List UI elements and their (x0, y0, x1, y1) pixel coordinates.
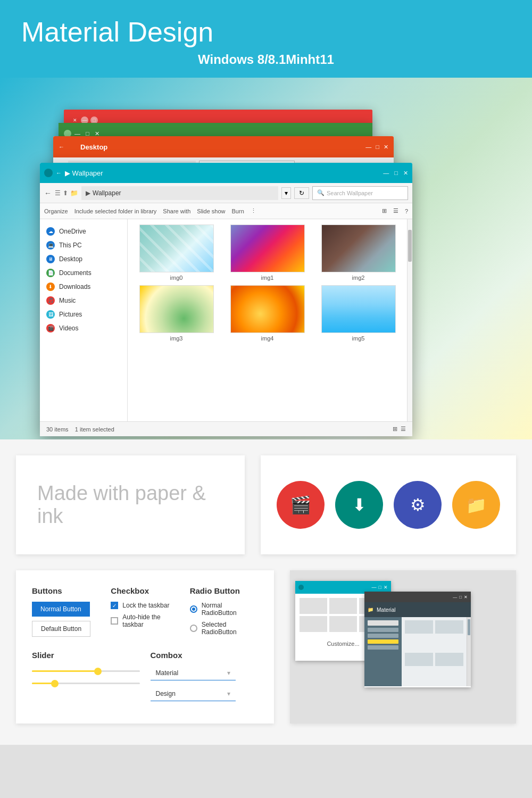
radio-item-selected[interactable]: Selected RadioButton (190, 621, 258, 636)
sidebar-item-pictures[interactable]: 🖼 Pictures (40, 307, 127, 321)
slider-thumb-2[interactable] (51, 680, 59, 687)
radio-item-normal[interactable]: Normal RadioButton (190, 602, 258, 617)
slider-track-2[interactable] (32, 683, 140, 684)
sidebar-item-documents[interactable]: 📄 Documents (40, 266, 127, 280)
view-grid-icon[interactable]: ⊞ (382, 207, 387, 214)
ribbon: Organize Include selected folder in libr… (40, 203, 412, 219)
toolbar-main: ← ☰ ⬆ 📁 ▶ Wallpaper ▾ ↻ 🔍 Search Wallpap… (40, 183, 412, 203)
search-main[interactable]: 🔍 Search Wallpaper (312, 186, 408, 200)
sidebar-item-downloads[interactable]: ⬇ Downloads (40, 280, 127, 294)
sidebar-item-onedrive[interactable]: ☁ OneDrive (40, 225, 127, 238)
items-count: 30 items (46, 426, 69, 433)
slider-section: Slider (32, 651, 140, 708)
downloads-label: Downloads (59, 283, 90, 290)
sidebar-item-videos[interactable]: 🎬 Videos (40, 321, 127, 335)
filename-img2: img2 (352, 275, 365, 281)
hamburger-icon[interactable]: ☰ (55, 189, 61, 197)
up-icon[interactable]: ⬆ (63, 189, 68, 197)
checkbox-lock-label: Lock the taskbar (122, 602, 169, 609)
burn-btn[interactable]: Burn (232, 208, 244, 214)
min-btn-main[interactable]: — (383, 170, 389, 176)
sidebar-item-music[interactable]: 🎵 Music (40, 294, 127, 307)
downloads-icon: ⬇ (46, 282, 55, 291)
combox-design[interactable]: Design ▾ (151, 687, 236, 701)
buttons-section: Buttons Normal Button Default Button (32, 586, 100, 640)
slider-track-1[interactable] (32, 670, 140, 672)
documents-label: Documents (59, 269, 92, 277)
preview-inner: — □ ✕ Customize... — □ (290, 570, 516, 724)
checkbox-autohide-box (111, 617, 118, 625)
icons-box: 🎬 ⬇ ⚙ 📁 (261, 455, 516, 554)
close-btn-orange[interactable]: ✕ (384, 144, 388, 151)
dropdown-btn[interactable]: ▾ (281, 187, 291, 199)
radio-normal-label: Normal RadioButton (202, 602, 258, 617)
download-round-icon[interactable]: ⬇ (335, 481, 383, 529)
page-title: Material Design (21, 16, 511, 48)
preview-window-2: — □ ✕ 📁 Material (364, 592, 471, 687)
slider-fill-1 (32, 670, 97, 672)
checkbox-title: Checkbox (111, 586, 179, 595)
file-item-img0[interactable]: img0 (133, 225, 220, 281)
min-btn-orange[interactable]: — (365, 144, 371, 150)
radio-normal-circle (190, 605, 197, 613)
radio-title: Radio Button (190, 586, 258, 595)
controls-top-row: Buttons Normal Button Default Button Che… (32, 586, 258, 640)
thumb-img0 (139, 225, 214, 272)
thumb-img3 (139, 285, 214, 333)
include-btn[interactable]: Include selected folder in library (74, 208, 157, 214)
checkbox-item-lock[interactable]: ✓ Lock the taskbar (111, 602, 179, 609)
share-btn[interactable]: Share with (163, 208, 190, 214)
organize-btn[interactable]: Organize (44, 208, 68, 214)
controls-box: Buttons Normal Button Default Button Che… (16, 570, 274, 724)
file-item-img4[interactable]: img4 (224, 285, 311, 342)
sidebar-item-thispc[interactable]: 💻 This PC (40, 238, 127, 252)
documents-icon: 📄 (46, 269, 55, 277)
pictures-label: Pictures (59, 311, 82, 318)
normal-button[interactable]: Normal Button (32, 602, 90, 617)
combox-section: Combox Material ▾ Design ▾ (151, 651, 259, 708)
back-icon-main[interactable]: ← (44, 189, 52, 197)
max-btn-main[interactable]: □ (394, 170, 398, 176)
thumb-img4 (230, 285, 305, 333)
list-view-btn[interactable]: ☰ (401, 426, 406, 433)
address-wallpaper: Wallpaper (93, 189, 121, 197)
file-item-img1[interactable]: img1 (224, 225, 311, 281)
folder-round-icon[interactable]: 📁 (452, 481, 500, 529)
back-btn-orange[interactable]: ← (59, 144, 64, 150)
address-main[interactable]: ▶ Wallpaper (81, 186, 278, 200)
file-item-img3[interactable]: img3 (133, 285, 220, 342)
combox-material[interactable]: Material ▾ (151, 666, 236, 680)
scrollbar[interactable] (407, 219, 412, 421)
paper-ink-text: Made with paper & ink (37, 482, 223, 528)
sidebar-item-desktop[interactable]: 🖥 Desktop (40, 252, 127, 266)
grid-view-btn[interactable]: ⊞ (393, 426, 397, 433)
window-main: ← ▶ Wallpaper — □ ✕ ← ☰ ⬆ 📁 ▶ Wallpaper … (40, 163, 412, 436)
more-btn[interactable]: ⋮ (251, 207, 256, 214)
file-item-img2[interactable]: img2 (315, 225, 402, 281)
window-title-main: ▶ Wallpaper (62, 169, 383, 177)
back-btn-main[interactable]: ← (56, 170, 62, 176)
view-detail-icon[interactable]: ☰ (393, 207, 398, 214)
max-btn-orange[interactable]: □ (376, 144, 379, 150)
radio-section: Radio Button Normal RadioButton Selected… (190, 586, 258, 640)
scrollbar-preview[interactable] (467, 617, 471, 686)
video-round-icon[interactable]: 🎬 (277, 481, 325, 529)
slideshow-btn[interactable]: Slide show (197, 208, 225, 214)
sidebar: ☁ OneDrive 💻 This PC 🖥 Desktop 📄 Documen… (40, 219, 128, 421)
preview-box: — □ ✕ Customize... — □ (290, 570, 516, 724)
subtitle-normal: Windows 8/8.1 (198, 52, 286, 66)
close-btn-main[interactable]: ✕ (403, 170, 408, 177)
settings-round-icon[interactable]: ⚙ (394, 481, 442, 529)
default-button[interactable]: Default Button (32, 621, 90, 637)
refresh-btn[interactable]: ↻ (294, 187, 309, 199)
checkbox-item-autohide[interactable]: Auto-hide the taskbar (111, 613, 179, 628)
videos-label: Videos (59, 325, 78, 332)
selected-count: 1 item selected (75, 426, 114, 433)
file-item-img5[interactable]: img5 (315, 285, 402, 342)
titlebar-orange: ← Desktop — □ ✕ (53, 136, 394, 157)
slider-thumb-1[interactable] (94, 668, 102, 675)
status-items: 30 items 1 item selected (46, 426, 114, 433)
folder-icon-tb[interactable]: 📁 (70, 189, 78, 197)
desktop-area: ✕ — □ — □ ✕ ← Desktop — □ ✕ ← Desktop 🔍 (0, 78, 532, 439)
help-icon[interactable]: ? (405, 208, 408, 214)
